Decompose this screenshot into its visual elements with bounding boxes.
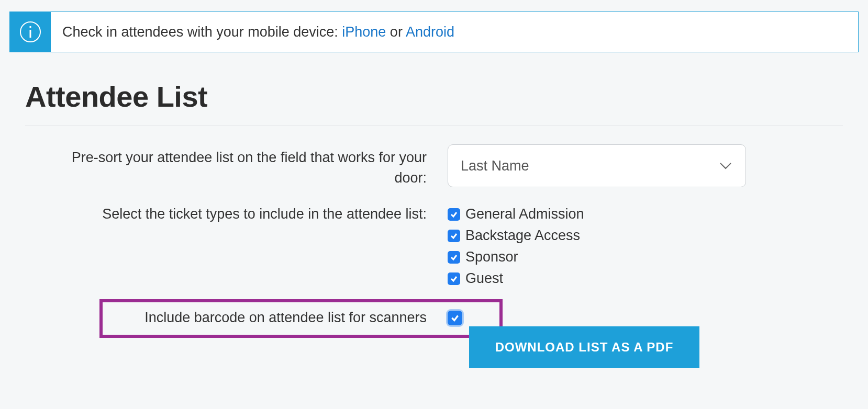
ticket-checkbox-general[interactable] [448,208,460,221]
divider [25,126,843,126]
banner-or: or [386,24,406,40]
ticket-types-label: Select the ticket types to include in th… [52,206,448,222]
ticket-type-item: Backstage Access [448,228,584,244]
ticket-checkbox-backstage[interactable] [448,230,460,242]
ticket-type-item: Guest [448,270,584,287]
page-title: Attendee List [25,79,207,113]
barcode-checkbox[interactable] [448,311,462,325]
iphone-link[interactable]: iPhone [342,24,386,40]
sort-label: Pre-sort your attendee list on the field… [52,144,448,188]
chevron-down-icon [718,158,733,173]
ticket-type-list: General Admission Backstage Access Spons… [448,206,584,287]
ticket-label: Guest [465,270,503,287]
info-banner: Check in attendees with your mobile devi… [9,12,859,52]
svg-rect-1 [30,26,31,28]
barcode-label: Include barcode on attendee list for sca… [52,310,448,326]
banner-prefix: Check in attendees with your mobile devi… [62,24,342,40]
ticket-label: General Admission [465,206,584,222]
ticket-checkbox-sponsor[interactable] [448,251,460,264]
svg-rect-2 [30,30,31,38]
sort-select[interactable]: Last Name [448,144,746,187]
info-icon [10,12,51,52]
ticket-type-item: Sponsor [448,249,584,265]
ticket-checkbox-guest[interactable] [448,272,460,285]
ticket-label: Sponsor [465,249,518,265]
banner-text: Check in attendees with your mobile devi… [51,12,454,52]
android-link[interactable]: Android [406,24,454,40]
download-pdf-button[interactable]: DOWNLOAD LIST AS A PDF [469,326,699,368]
ticket-label: Backstage Access [465,228,580,244]
sort-selected-value: Last Name [461,158,529,174]
ticket-type-item: General Admission [448,206,584,222]
